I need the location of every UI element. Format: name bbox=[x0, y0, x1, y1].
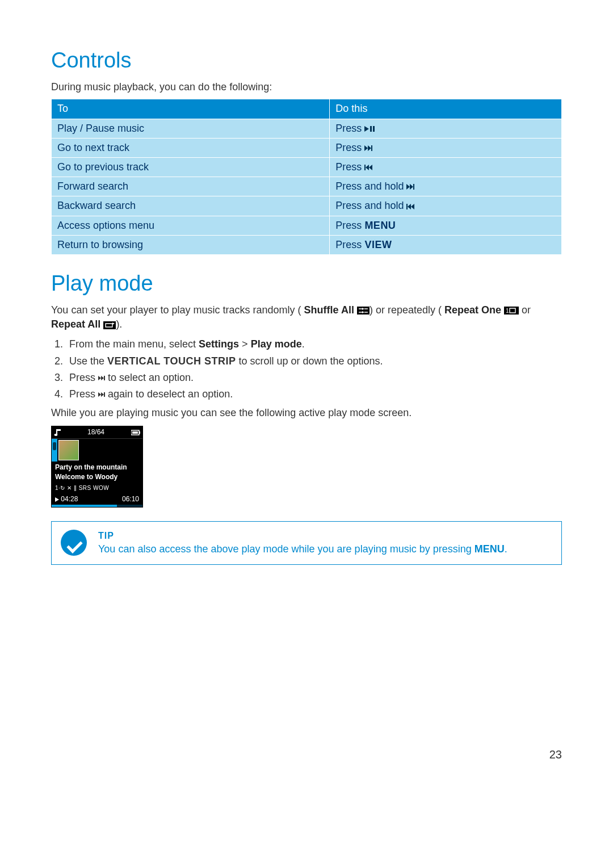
cell-to: Go to previous track bbox=[52, 157, 330, 177]
step-2: Use the VERTICAL TOUCH STRIP to scroll u… bbox=[66, 354, 562, 368]
action-text: Press bbox=[335, 239, 364, 250]
play-pause-icon bbox=[364, 126, 375, 132]
tip-heading: TIP bbox=[98, 530, 507, 542]
settings-label: Settings bbox=[199, 338, 239, 350]
text-run: again to deselect an option. bbox=[105, 388, 233, 400]
controls-th-do: Do this bbox=[330, 99, 562, 119]
controls-heading: Controls bbox=[51, 45, 562, 76]
action-text: Press bbox=[335, 142, 364, 153]
table-row: Backward search Press and hold bbox=[52, 196, 562, 216]
play-icon bbox=[55, 497, 59, 502]
track-title: Party on the mountain bbox=[52, 462, 142, 472]
controls-intro: During music playback, you can do the fo… bbox=[51, 80, 562, 94]
text-run: ) or repeatedly ( bbox=[370, 304, 442, 316]
text-run: to select an option. bbox=[105, 372, 194, 383]
cell-to: Access options menu bbox=[52, 216, 330, 235]
album-art bbox=[58, 440, 79, 460]
table-row: Return to browsing Press VIEW bbox=[52, 235, 562, 254]
playmode-label: Play mode bbox=[251, 338, 302, 350]
prev-track-icon bbox=[406, 204, 414, 209]
cell-to: Go to next track bbox=[52, 138, 330, 157]
controls-th-to: To bbox=[52, 99, 330, 119]
cell-action: Press bbox=[330, 138, 562, 157]
table-row: Go to previous track Press bbox=[52, 157, 562, 177]
next-track-icon bbox=[406, 184, 414, 190]
cell-action: Press bbox=[330, 157, 562, 177]
player-scrollbar bbox=[52, 439, 57, 462]
action-text: Press and hold bbox=[335, 200, 406, 211]
next-track-icon bbox=[98, 392, 105, 397]
elapsed-value: 04:28 bbox=[61, 495, 78, 503]
repeat-all-label: Repeat All bbox=[51, 318, 100, 330]
time-total: 06:10 bbox=[122, 494, 139, 504]
table-row: Go to next track Press bbox=[52, 138, 562, 157]
progress-bar bbox=[52, 505, 142, 507]
cell-to: Return to browsing bbox=[52, 235, 330, 254]
repeat-all-icon bbox=[103, 321, 116, 329]
cell-action: Press bbox=[330, 119, 562, 138]
step-4: Press again to deselect an option. bbox=[66, 387, 562, 401]
battery-icon bbox=[131, 430, 140, 435]
text-run: Press bbox=[69, 372, 98, 383]
menu-keyword: MENU bbox=[475, 543, 505, 555]
step-1: From the main menu, select Settings > Pl… bbox=[66, 337, 562, 351]
text-run: From the main menu, select bbox=[69, 338, 199, 350]
cell-to: Forward search bbox=[52, 177, 330, 196]
shuffle-all-label: Shuffle All bbox=[304, 304, 354, 316]
menu-keyword: MENU bbox=[364, 220, 396, 231]
text-run: to scroll up or down the options. bbox=[236, 355, 383, 367]
text-run: . bbox=[505, 543, 507, 555]
action-text: Press bbox=[335, 161, 364, 173]
table-row: Access options menu Press MENU bbox=[52, 216, 562, 235]
text-run: > bbox=[239, 338, 251, 350]
playmode-steps: From the main menu, select Settings > Pl… bbox=[51, 337, 562, 401]
text-run: or bbox=[522, 304, 531, 316]
playmode-heading: Play mode bbox=[51, 269, 562, 299]
controls-table: To Do this Play / Pause music Press Go t… bbox=[51, 99, 562, 255]
next-track-icon bbox=[364, 145, 372, 151]
cell-to: Play / Pause music bbox=[52, 119, 330, 138]
cell-action: Press and hold bbox=[330, 177, 562, 196]
step-3: Press to select an option. bbox=[66, 371, 562, 385]
text-run: You can also access the above play mode … bbox=[98, 543, 475, 555]
vertical-touch-strip-keyword: VERTICAL TOUCH STRIP bbox=[107, 355, 236, 367]
time-elapsed: 04:28 bbox=[55, 494, 78, 504]
active-modes: 1·↻ ✕ ‖ SRS WOW bbox=[52, 483, 142, 493]
action-text: Press bbox=[335, 220, 364, 231]
action-text: Press bbox=[335, 123, 364, 134]
cell-action: Press and hold bbox=[330, 196, 562, 216]
page-number: 23 bbox=[51, 747, 562, 762]
tip-body: You can also access the above play mode … bbox=[98, 542, 507, 556]
text-run: Use the bbox=[69, 355, 107, 367]
text-run: . bbox=[302, 338, 305, 350]
cell-action: Press VIEW bbox=[330, 235, 562, 254]
prev-track-icon bbox=[364, 165, 372, 170]
track-subtitle: Welcome to Woody bbox=[52, 472, 142, 483]
repeat-one-icon bbox=[504, 307, 519, 315]
action-text: Press and hold bbox=[335, 181, 406, 192]
cell-action: Press MENU bbox=[330, 216, 562, 235]
table-row: Play / Pause music Press bbox=[52, 119, 562, 138]
repeat-one-label: Repeat One bbox=[444, 304, 501, 316]
check-icon bbox=[61, 530, 87, 556]
track-count: 18/64 bbox=[61, 427, 131, 437]
text-run: ). bbox=[116, 318, 122, 330]
shuffle-icon bbox=[357, 307, 370, 315]
player-screen-mock: 18/64 Party on the mountain Welcome to W… bbox=[51, 426, 143, 507]
cell-to: Backward search bbox=[52, 196, 330, 216]
text-run: You can set your player to play music tr… bbox=[51, 304, 301, 316]
next-track-icon bbox=[98, 376, 105, 380]
view-keyword: VIEW bbox=[364, 239, 392, 250]
music-note-icon bbox=[54, 429, 61, 436]
playmode-para2: While you are playing music you can see … bbox=[51, 406, 562, 420]
table-row: Forward search Press and hold bbox=[52, 177, 562, 196]
text-run: Press bbox=[69, 388, 98, 400]
playmode-intro-para: You can set your player to play music tr… bbox=[51, 303, 562, 332]
tip-box: TIP You can also access the above play m… bbox=[51, 521, 562, 565]
